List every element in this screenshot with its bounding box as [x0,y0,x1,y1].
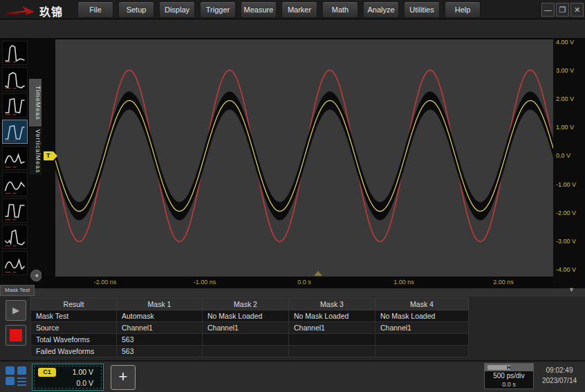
waveform-thumbnail-icon [3,225,27,248]
table-cell [203,346,289,357]
graticule-area[interactable] [55,39,553,277]
table-cell: 563 [117,334,203,346]
mask-region-band [55,91,553,221]
voltage-tick-label: -1.00 V [556,181,576,188]
layout-grid-icon [6,366,15,375]
time-tick-label: -2.00 ns [94,279,117,286]
channel1-box[interactable]: C1 1.00 V 0.0 V [32,364,104,391]
channel1-scale: 1.00 V [73,368,93,376]
sidebar-meas-thumb-4[interactable] [2,120,28,144]
voltage-tick-label: 1.00 V [556,124,574,131]
menu-utilities[interactable]: Utilities [404,1,440,18]
table-cell: Channel1 [203,322,289,334]
waveform-thumbnail-icon [3,68,27,91]
waveform-display[interactable]: T [41,39,553,277]
maximize-button[interactable]: ❐ [556,3,569,17]
stop-icon [10,329,22,342]
sidebar-meas-thumb-3[interactable] [2,93,28,118]
trigger-position-marker[interactable] [314,271,322,276]
waveform-thumbnail-icon [3,173,27,196]
time-tick-label: 0.0 s [297,279,311,286]
row-label: Failed Waveforms [31,346,117,357]
voltage-axis: 4.00 V3.00 V2.00 V1.00 V0.0 V-1.00 V-2.0… [553,39,585,288]
menu-trigger[interactable]: Trigger [200,1,236,18]
table-cell: Channel1 [117,322,203,334]
tab-time-meas[interactable]: TimeMeas [29,79,41,127]
sidebar-meas-thumb-6[interactable] [2,172,28,196]
voltage-tick-label: 4.00 V [556,39,574,46]
table-cell [375,346,469,357]
column-header: Mask 3 [289,298,375,310]
column-header: Mask 4 [375,298,469,310]
table-row[interactable]: Mask TestAutomaskNo Mask LoadedNo Mask L… [31,310,469,322]
panel-title-strip: Mask Test ▼ [0,288,585,297]
tab-vertical-meas[interactable]: VerticalMeas [29,127,41,175]
menu-marker[interactable]: Marker [281,1,317,18]
brand-logo-icon [4,3,37,17]
column-header: Result [31,298,117,310]
menu-analyze[interactable]: Analyze [363,1,399,18]
menu-measure[interactable]: Measure [241,1,277,18]
acquisition-toolbar: Run Stop Single 80.00 GSa/s 10.00 kpts T… [0,19,585,39]
mask-stop-button[interactable] [6,325,26,346]
table-cell [203,334,289,346]
sidebar-meas-thumb-2[interactable] [2,67,28,91]
sidebar-meas-thumb-1[interactable] [2,41,28,65]
waveform-thumbnail-icon [3,147,27,169]
table-cell: No Mask Loaded [375,310,469,322]
table-cell: Automask [117,310,203,322]
menu-display[interactable]: Display [159,1,195,18]
table-cell: 563 [117,346,203,357]
title-bar: 玖锦 FileSetupDisplayTriggerMeasureMarkerM… [0,0,585,19]
table-row[interactable]: Failed Waveforms563 [31,346,469,357]
oscilloscope-app: 玖锦 FileSetupDisplayTriggerMeasureMarkerM… [0,0,585,392]
horizontal-settings-box[interactable]: H 500 ps/div 0.0 s [484,363,534,389]
mask-test-tab[interactable]: Mask Test [0,285,35,296]
menu-math[interactable]: Math [322,1,358,18]
voltage-tick-label: 0.0 V [556,152,570,159]
voltage-tick-label: 2.00 V [556,95,574,102]
menu-help[interactable]: Help [445,1,481,18]
brand-name: 玖锦 [39,3,63,19]
table-cell [375,334,469,346]
sidebar-meas-thumb-8[interactable] [2,225,28,249]
table-row[interactable]: SourceChannel1Channel1Channel1Channel1 [31,322,469,334]
play-icon: ▶ [12,305,19,315]
waveform-thumbnail-icon [3,41,27,64]
waveform-thumbnail-icon [3,199,27,222]
time-axis: -2.00 ns-1.00 ns0.0 s1.00 ns2.00 ns [41,277,553,288]
clock-time: 09:02:49 [535,365,584,375]
waveform-thumbnail-icon [3,94,27,117]
horizontal-scrollbar[interactable]: H [485,364,533,371]
waveform-thumbnail-icon [3,252,27,274]
clock-date: 2023/07/14 [535,375,584,386]
table-row[interactable]: Total Waveforms563 [31,334,469,346]
display-layout-button[interactable] [6,366,26,387]
sidebar-meas-thumb-9[interactable] [2,251,28,275]
menu-file[interactable]: File [77,1,113,18]
row-label: Source [31,322,117,334]
menu-setup[interactable]: Setup [118,1,154,18]
table-cell: No Mask Loaded [289,310,375,322]
sidebar-collapse-button[interactable]: ◄ [30,270,42,281]
time-tick-label: 1.00 ns [393,279,414,286]
mask-start-button[interactable]: ▶ [6,300,26,321]
horizontal-label: H [485,364,533,371]
status-bar: C1 1.00 V 0.0 V + H 500 ps/div 0.0 s 09:… [0,360,585,392]
measurement-sidebar: TimeMeas VerticalMeas [0,39,41,288]
mask-results-table: ResultMask 1Mask 2Mask 3Mask 4Mask TestA… [30,297,469,357]
table-cell: Channel1 [289,322,375,334]
minimize-button[interactable]: — [541,3,555,17]
table-cell: No Mask Loaded [203,310,289,322]
voltage-tick-label: 3.00 V [556,67,574,74]
time-tick-label: 2.00 ns [493,279,514,286]
sidebar-meas-thumb-5[interactable] [2,146,28,170]
close-button[interactable]: ✕ [570,3,584,17]
timebase-position: 0.0 s [485,381,533,388]
add-channel-button[interactable]: + [111,365,136,390]
chevron-down-icon[interactable]: ▼ [568,286,575,293]
table-cell: Channel1 [375,322,469,334]
sidebar-meas-thumb-7[interactable] [2,198,28,223]
column-header: Mask 1 [117,298,203,310]
row-label: Total Waveforms [31,334,117,346]
